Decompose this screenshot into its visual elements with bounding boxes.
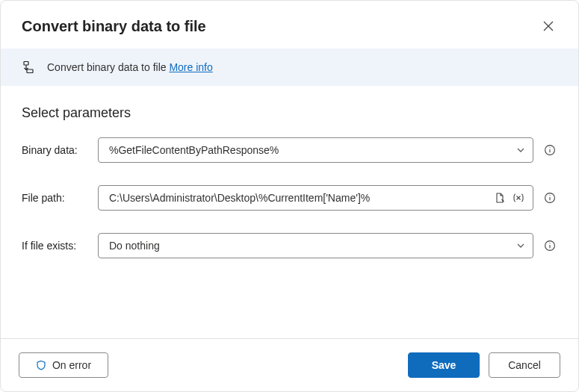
variable-icon[interactable] [512, 192, 525, 204]
svg-point-10 [549, 243, 550, 243]
close-button[interactable] [536, 14, 560, 38]
save-button[interactable]: Save [408, 352, 480, 378]
convert-icon [22, 60, 35, 74]
file-path-control[interactable] [98, 185, 533, 211]
file-path-input[interactable] [108, 191, 491, 205]
dialog-title: Convert binary data to file [22, 18, 206, 35]
svg-point-4 [549, 147, 550, 148]
dialog: Convert binary data to file Convert bina… [0, 0, 579, 392]
cancel-button[interactable]: Cancel [489, 352, 560, 378]
info-text: Convert binary data to file More info [47, 61, 213, 73]
if-exists-value[interactable] [108, 239, 516, 252]
if-exists-label: If file exists: [22, 240, 89, 252]
close-icon [543, 21, 554, 31]
binary-data-dropdown[interactable] [98, 137, 533, 163]
info-desc: Convert binary data to file [47, 61, 167, 73]
titlebar: Convert binary data to file [1, 1, 578, 49]
info-icon[interactable] [542, 238, 557, 253]
more-info-link[interactable]: More info [169, 61, 212, 73]
if-exists-dropdown[interactable] [98, 233, 533, 258]
file-picker-icon[interactable] [494, 192, 506, 204]
field-if-exists: If file exists: [22, 233, 557, 258]
svg-rect-0 [24, 62, 28, 66]
on-error-label: On error [52, 359, 91, 371]
file-path-label: File path: [22, 192, 89, 204]
info-icon[interactable] [542, 143, 557, 158]
section-heading: Select parameters [22, 105, 557, 121]
field-binary-data: Binary data: [22, 137, 557, 163]
binary-data-input[interactable] [108, 143, 516, 157]
chevron-down-icon [516, 146, 525, 155]
field-file-path: File path: [22, 185, 557, 211]
info-bar: Convert binary data to file More info [1, 49, 578, 86]
svg-point-7 [549, 195, 550, 196]
svg-rect-1 [27, 69, 33, 73]
on-error-button[interactable]: On error [19, 352, 108, 378]
binary-data-label: Binary data: [22, 144, 89, 156]
chevron-down-icon [516, 241, 525, 250]
shield-icon [36, 360, 46, 370]
content: Select parameters Binary data: File path… [1, 86, 578, 338]
info-icon[interactable] [542, 190, 557, 205]
footer: On error Save Cancel [1, 338, 578, 391]
